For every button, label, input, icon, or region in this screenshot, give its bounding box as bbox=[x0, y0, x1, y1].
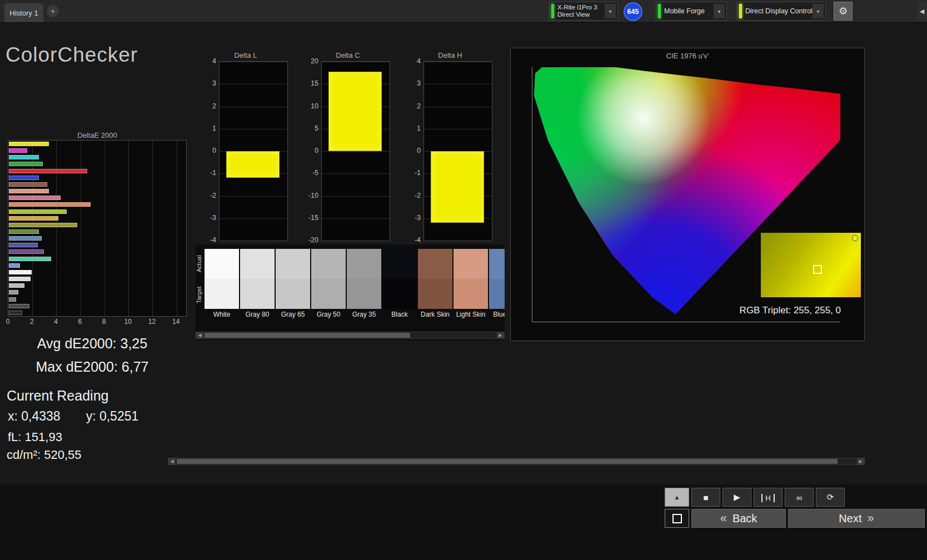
gridline bbox=[220, 84, 287, 84]
swatch-label: Blue Sky bbox=[489, 309, 505, 319]
scroll-right-icon[interactable]: ▶ bbox=[857, 458, 864, 464]
cie-title: CIE 1976 u'v' bbox=[511, 52, 864, 61]
swatch-actual-color bbox=[240, 249, 275, 279]
gridline bbox=[177, 141, 177, 316]
swatch-row: WhiteGray 80Gray 65Gray 50Gray 35BlackDa… bbox=[205, 249, 505, 320]
next-button[interactable]: Next » bbox=[788, 509, 925, 528]
delta-h-plot bbox=[423, 61, 492, 241]
swatch-gray-50[interactable]: Gray 50 bbox=[311, 249, 346, 320]
pattern-up-button[interactable]: ▲ bbox=[665, 488, 689, 507]
swatch-label: Gray 50 bbox=[311, 309, 346, 319]
table-scrollbar[interactable]: ◀ ▶ bbox=[168, 458, 865, 465]
swatch-black[interactable]: Black bbox=[382, 249, 417, 320]
swatch-scrollbar[interactable]: ◀ ▶ bbox=[196, 332, 505, 339]
gridline bbox=[424, 241, 492, 241]
delta-l-plot bbox=[219, 61, 288, 241]
workflow-status-indicator bbox=[739, 4, 742, 18]
chevron-down-icon[interactable]: ▾ bbox=[714, 4, 725, 18]
stop-button[interactable]: ■ bbox=[691, 488, 720, 507]
swatch-target-marker bbox=[813, 265, 822, 274]
back-button[interactable]: « Back bbox=[691, 509, 786, 528]
gridline bbox=[81, 141, 81, 316]
swatch-label: Gray 65 bbox=[276, 309, 310, 319]
swatch-white[interactable]: White bbox=[205, 249, 239, 320]
meter-dropdown[interactable]: X-Rite i1Pro 3 Direct View ▾ bbox=[549, 2, 618, 21]
avg-de2000-value: Avg dE2000: 3,25 bbox=[9, 336, 176, 352]
de2000-bar bbox=[9, 249, 44, 254]
de2000-bar bbox=[9, 311, 22, 315]
settings-gear-button[interactable]: ⚙ bbox=[834, 2, 853, 21]
history-tab[interactable]: History 1 bbox=[4, 3, 43, 22]
de2000-bar bbox=[9, 223, 77, 227]
add-tab-button[interactable]: + bbox=[47, 5, 59, 17]
de2000-bar bbox=[9, 263, 20, 268]
swatch-target-color bbox=[382, 279, 417, 309]
back-chevrons-icon: « bbox=[720, 511, 727, 526]
de2000-bar bbox=[9, 243, 38, 247]
gridline bbox=[104, 141, 105, 316]
scroll-left-icon[interactable]: ◀ bbox=[196, 332, 203, 338]
collapse-panel-button[interactable]: ◀ bbox=[917, 2, 927, 21]
measurement-table bbox=[168, 347, 865, 457]
y-tick-label: 2 bbox=[417, 102, 421, 110]
scrollbar-thumb[interactable] bbox=[205, 333, 410, 338]
gridline bbox=[32, 141, 33, 316]
de2000-bar bbox=[9, 196, 61, 200]
swatch-blue-sky[interactable]: Blue Sky bbox=[489, 249, 505, 320]
reading-cdm2: cd/m²: 520,55 bbox=[7, 448, 82, 462]
y-tick-label: -5 bbox=[312, 169, 318, 177]
gridline bbox=[322, 173, 390, 174]
pattern-window-button[interactable] bbox=[665, 509, 689, 528]
de2000-bar bbox=[9, 189, 49, 193]
swatch-gray-35[interactable]: Gray 35 bbox=[347, 249, 381, 320]
gridline bbox=[56, 141, 57, 316]
swatch-gray-80[interactable]: Gray 80 bbox=[240, 249, 275, 320]
deltae2000-x-axis: 02468101214 bbox=[8, 317, 187, 326]
swatch-target-color bbox=[453, 279, 488, 309]
infinity-button[interactable]: ∞ bbox=[785, 488, 814, 507]
window-icon bbox=[672, 514, 682, 523]
source-name: Mobile Forge bbox=[664, 7, 714, 15]
play-button[interactable]: ▶ bbox=[722, 488, 751, 507]
loop-button[interactable]: ⟳ bbox=[816, 488, 845, 507]
scroll-left-icon[interactable]: ◀ bbox=[168, 458, 176, 464]
y-tick-label: 3 bbox=[212, 79, 216, 87]
gridline bbox=[322, 62, 390, 62]
y-tick-label: -20 bbox=[308, 236, 318, 244]
next-chevrons-icon: » bbox=[867, 511, 874, 526]
top-toolbar: History 1 + X-Rite i1Pro 3 Direct View ▾… bbox=[0, 0, 927, 23]
de2000-bar bbox=[9, 229, 39, 234]
swatch-light-skin[interactable]: Light Skin bbox=[453, 249, 488, 320]
chevron-down-icon[interactable]: ▾ bbox=[813, 4, 824, 18]
y-tick-label: 5 bbox=[315, 124, 318, 132]
meter-count-badge[interactable]: 645 bbox=[624, 2, 642, 21]
deltae2000-plot bbox=[8, 140, 187, 317]
gridline bbox=[322, 218, 390, 219]
marker-button[interactable]: H bbox=[754, 488, 783, 507]
chevron-down-icon[interactable]: ▾ bbox=[605, 4, 616, 18]
swatch-target-color bbox=[489, 279, 505, 309]
max-de2000-value: Max dE2000: 6,77 bbox=[9, 359, 176, 375]
h-marker-icon: H bbox=[761, 494, 774, 502]
scrollbar-thumb[interactable] bbox=[177, 459, 838, 464]
y-tick-label: 4 bbox=[212, 57, 216, 65]
y-tick-label: 1 bbox=[417, 124, 421, 132]
gridline bbox=[220, 196, 287, 197]
y-tick-label: 2 bbox=[212, 102, 216, 110]
swatch-label: Gray 35 bbox=[347, 309, 381, 319]
y-tick-label: 1 bbox=[212, 124, 216, 132]
source-dropdown[interactable]: Mobile Forge ▾ bbox=[656, 2, 727, 21]
gridline bbox=[424, 62, 492, 62]
swatch-dark-skin[interactable]: Dark Skin bbox=[418, 249, 452, 320]
workflow-dropdown[interactable]: Direct Display Control ▾ bbox=[737, 2, 826, 21]
delta-l-y-axis: 43210-1-2-3-4 bbox=[203, 61, 218, 241]
swatch-actual-color bbox=[489, 249, 505, 279]
de2000-bar bbox=[9, 169, 87, 173]
swatch-gray-65[interactable]: Gray 65 bbox=[276, 249, 310, 320]
swatch-label: Black bbox=[382, 309, 417, 319]
meter-mode: Direct View bbox=[557, 11, 590, 18]
swatch-actual-color bbox=[311, 249, 346, 279]
swatch-target-color bbox=[240, 279, 275, 309]
y-tick-label: 10 bbox=[311, 102, 318, 110]
scroll-right-icon[interactable]: ▶ bbox=[497, 332, 504, 338]
